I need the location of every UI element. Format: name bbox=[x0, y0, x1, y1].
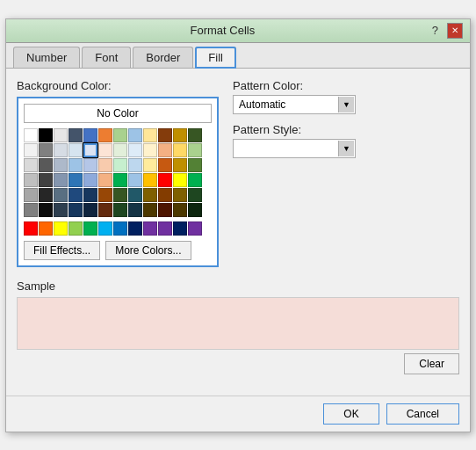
color-cell[interactable] bbox=[24, 143, 38, 157]
color-cell[interactable] bbox=[69, 221, 83, 236]
color-cell[interactable] bbox=[39, 203, 53, 217]
ok-button[interactable]: OK bbox=[323, 403, 379, 425]
cancel-button[interactable]: Cancel bbox=[386, 403, 459, 425]
color-cell[interactable] bbox=[39, 221, 53, 236]
help-button[interactable]: ? bbox=[432, 24, 438, 37]
color-cell[interactable] bbox=[128, 128, 142, 142]
color-cell[interactable] bbox=[143, 128, 157, 142]
color-cell[interactable] bbox=[24, 221, 38, 236]
color-cell[interactable] bbox=[69, 188, 83, 202]
color-cell[interactable] bbox=[113, 158, 127, 172]
color-cell[interactable] bbox=[39, 158, 53, 172]
color-cell[interactable] bbox=[54, 173, 68, 187]
no-color-button[interactable]: No Color bbox=[24, 104, 212, 123]
color-cell[interactable] bbox=[24, 128, 38, 142]
color-cell[interactable] bbox=[24, 158, 38, 172]
color-cell[interactable] bbox=[39, 128, 53, 142]
color-cell[interactable] bbox=[143, 203, 157, 217]
color-cell[interactable] bbox=[54, 221, 68, 236]
color-cell[interactable] bbox=[158, 173, 172, 187]
color-cell[interactable] bbox=[173, 203, 187, 217]
color-cell[interactable] bbox=[188, 221, 202, 236]
color-cell[interactable] bbox=[128, 221, 142, 236]
color-cell[interactable] bbox=[173, 143, 187, 157]
color-cell[interactable] bbox=[24, 203, 38, 217]
color-cell[interactable] bbox=[83, 203, 97, 217]
color-cell[interactable] bbox=[188, 128, 202, 142]
pattern-style-select[interactable] bbox=[233, 139, 356, 158]
color-cell[interactable] bbox=[143, 221, 157, 236]
color-cell[interactable] bbox=[69, 128, 83, 142]
color-cell[interactable] bbox=[83, 158, 97, 172]
color-cell[interactable] bbox=[69, 173, 83, 187]
more-colors-button[interactable]: More Colors... bbox=[105, 241, 191, 260]
color-cell[interactable] bbox=[128, 173, 142, 187]
color-cell[interactable] bbox=[24, 188, 38, 202]
color-row-2 bbox=[24, 143, 212, 157]
color-cell[interactable] bbox=[83, 173, 97, 187]
color-cell[interactable] bbox=[143, 188, 157, 202]
pattern-color-select[interactable]: Automatic bbox=[233, 95, 356, 114]
color-cell[interactable] bbox=[158, 203, 172, 217]
color-cell[interactable] bbox=[39, 143, 53, 157]
color-cell[interactable] bbox=[158, 128, 172, 142]
color-cell[interactable] bbox=[113, 128, 127, 142]
color-cell[interactable] bbox=[158, 143, 172, 157]
color-cell[interactable] bbox=[69, 203, 83, 217]
color-cell[interactable] bbox=[128, 188, 142, 202]
color-cell[interactable] bbox=[188, 188, 202, 202]
tab-border[interactable]: Border bbox=[133, 47, 193, 68]
color-cell[interactable] bbox=[128, 158, 142, 172]
color-cell[interactable] bbox=[128, 203, 142, 217]
color-cell[interactable] bbox=[24, 173, 38, 187]
color-cell[interactable] bbox=[54, 128, 68, 142]
color-cell[interactable] bbox=[113, 188, 127, 202]
color-cell[interactable] bbox=[113, 143, 127, 157]
clear-button[interactable]: Clear bbox=[404, 353, 459, 374]
color-cell[interactable] bbox=[98, 173, 112, 187]
color-cell[interactable] bbox=[113, 221, 127, 236]
color-cell[interactable] bbox=[173, 158, 187, 172]
color-cell[interactable] bbox=[98, 203, 112, 217]
color-cell[interactable] bbox=[143, 143, 157, 157]
color-cell[interactable] bbox=[158, 221, 172, 236]
color-cell[interactable] bbox=[173, 173, 187, 187]
color-cell[interactable] bbox=[54, 203, 68, 217]
color-cell[interactable] bbox=[54, 158, 68, 172]
color-cell[interactable] bbox=[39, 173, 53, 187]
color-cell[interactable] bbox=[54, 188, 68, 202]
color-cell[interactable] bbox=[69, 143, 83, 157]
color-cell[interactable] bbox=[173, 128, 187, 142]
color-cell[interactable] bbox=[98, 188, 112, 202]
color-cell[interactable] bbox=[173, 188, 187, 202]
color-cell[interactable] bbox=[83, 128, 97, 142]
color-cell[interactable] bbox=[98, 158, 112, 172]
color-cell[interactable] bbox=[39, 188, 53, 202]
color-cell[interactable] bbox=[98, 143, 112, 157]
color-cell[interactable] bbox=[188, 143, 202, 157]
tab-number[interactable]: Number bbox=[13, 47, 80, 68]
sample-preview bbox=[17, 297, 459, 350]
color-cell[interactable] bbox=[113, 203, 127, 217]
color-cell[interactable] bbox=[173, 221, 187, 236]
color-cell[interactable] bbox=[188, 173, 202, 187]
color-cell[interactable] bbox=[83, 221, 97, 236]
color-cell[interactable] bbox=[54, 143, 68, 157]
color-cell[interactable] bbox=[69, 158, 83, 172]
color-cell[interactable] bbox=[113, 173, 127, 187]
color-cell[interactable] bbox=[83, 188, 97, 202]
close-button[interactable]: ✕ bbox=[447, 23, 463, 39]
color-cell[interactable] bbox=[128, 143, 142, 157]
color-cell[interactable] bbox=[143, 158, 157, 172]
color-cell[interactable] bbox=[143, 173, 157, 187]
color-cell[interactable] bbox=[83, 143, 97, 157]
color-cell[interactable] bbox=[98, 221, 112, 236]
color-cell[interactable] bbox=[98, 128, 112, 142]
color-cell[interactable] bbox=[188, 203, 202, 217]
tab-font[interactable]: Font bbox=[82, 47, 131, 68]
fill-effects-button[interactable]: Fill Effects... bbox=[24, 241, 100, 260]
tab-fill[interactable]: Fill bbox=[195, 47, 236, 69]
color-cell[interactable] bbox=[158, 158, 172, 172]
color-cell[interactable] bbox=[158, 188, 172, 202]
color-cell[interactable] bbox=[188, 158, 202, 172]
